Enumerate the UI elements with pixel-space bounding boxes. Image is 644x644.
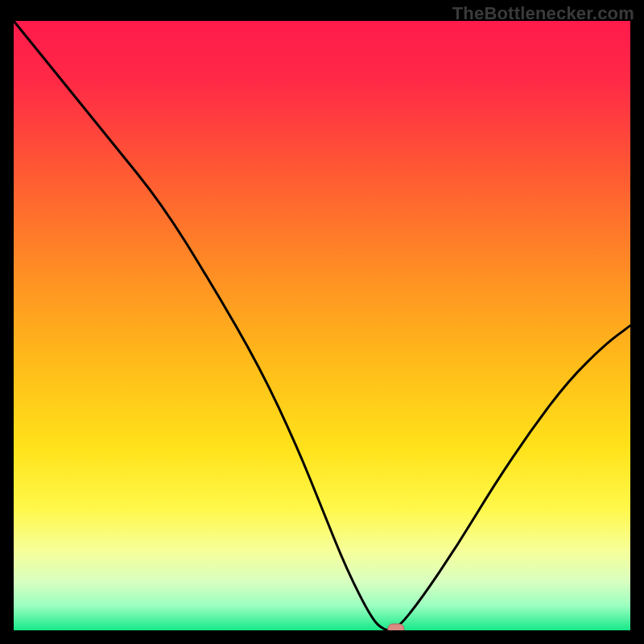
chart-svg [14,21,630,630]
gradient-background [14,21,630,630]
chart-frame: TheBottlenecker.com [0,0,644,644]
watermark-text: TheBottlenecker.com [452,3,634,24]
optimal-marker [388,624,404,630]
plot-area [14,21,630,630]
